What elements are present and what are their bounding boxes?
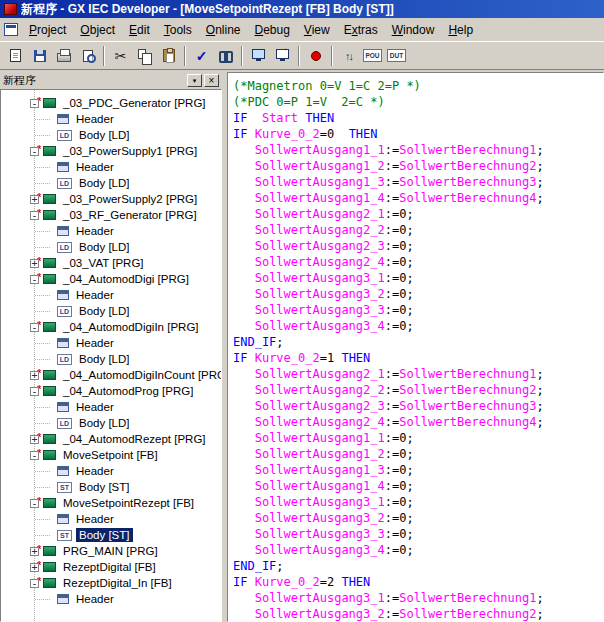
expand-toggle-icon[interactable]: + [30, 195, 39, 204]
header-icon [57, 226, 69, 236]
tree-item-label: Body [LD] [76, 240, 133, 254]
dut-button[interactable] [385, 45, 408, 67]
print-button[interactable] [52, 45, 75, 67]
panel-close-button[interactable] [204, 74, 219, 87]
tree-item[interactable]: +_04_AutomodRezept [PRG] [1, 431, 221, 447]
collapse-toggle-icon[interactable]: - [30, 147, 39, 156]
tree-item-label: MoveSetpointRezept [FB] [60, 496, 197, 510]
pou-icon [43, 450, 56, 460]
updown-button[interactable] [337, 45, 360, 67]
cut-button[interactable] [109, 45, 132, 67]
tree-item[interactable]: -_03_PDC_Generator [PRG] [1, 95, 221, 111]
collapse-toggle-icon[interactable]: - [30, 211, 39, 220]
collapse-toggle-icon[interactable]: - [30, 579, 39, 588]
menu-edit[interactable]: Edit [122, 20, 157, 40]
tree-item[interactable]: Body [LD] [1, 239, 221, 255]
pou-button[interactable] [361, 45, 384, 67]
preview-button[interactable] [76, 45, 99, 67]
tree-item-label: Header [73, 336, 117, 350]
tree-item[interactable]: Header [1, 111, 221, 127]
find-icon [219, 51, 233, 60]
code-line: SollwertAusgang2_3:=0; [233, 238, 603, 254]
tree-item[interactable]: Body [LD] [1, 351, 221, 367]
tree-item[interactable]: Header [1, 287, 221, 303]
menu-help[interactable]: Help [441, 20, 480, 40]
tree-item[interactable]: Body [LD] [1, 127, 221, 143]
tree-item[interactable]: -_04_AutomodDigiIn [PRG] [1, 319, 221, 335]
code-line: SollwertAusgang2_1:=SollwertBerechnung1; [233, 366, 603, 382]
tree-item[interactable]: +RezeptDigital [FB] [1, 559, 221, 575]
tree-item[interactable]: +_04_AutomodDigiInCount [PRG] [1, 367, 221, 383]
tree-item[interactable]: -MoveSetpoint [FB] [1, 447, 221, 463]
tree-item[interactable]: Body [LD] [1, 415, 221, 431]
expand-toggle-icon[interactable]: + [30, 563, 39, 572]
tree-item[interactable]: Body [ST] [1, 527, 221, 543]
menu-project[interactable]: Project [22, 20, 73, 40]
tree-item[interactable]: +_03_VAT [PRG] [1, 255, 221, 271]
tree-item[interactable]: Body [ST] [1, 479, 221, 495]
tree-item-label: Header [73, 512, 117, 526]
tree-item-label: Body [LD] [76, 176, 133, 190]
menu-tools[interactable]: Tools [157, 20, 199, 40]
record-button[interactable] [304, 45, 327, 67]
menu-view[interactable]: View [297, 20, 337, 40]
code-line: SollwertAusgang2_3:=SollwertBerechnung3; [233, 398, 603, 414]
tree-item[interactable]: -_03_RF_Generator [PRG] [1, 207, 221, 223]
tree-item[interactable]: Header [1, 511, 221, 527]
tree-item-label: MoveSetpoint [FB] [60, 448, 161, 462]
code-line: SollwertAusgang3_4:=0; [233, 542, 603, 558]
tree-item[interactable]: Header [1, 463, 221, 479]
paste-button[interactable] [157, 45, 180, 67]
tree-item-label: Header [73, 160, 117, 174]
collapse-toggle-icon[interactable]: - [30, 275, 39, 284]
find-button[interactable] [214, 45, 237, 67]
expand-toggle-icon[interactable]: + [30, 259, 39, 268]
copy-button[interactable] [133, 45, 156, 67]
collapse-toggle-icon[interactable]: - [30, 387, 39, 396]
expand-toggle-icon[interactable]: + [30, 371, 39, 380]
tree-item[interactable]: Header [1, 591, 221, 607]
pou-icon [43, 498, 56, 508]
transfer-icon [276, 49, 289, 59]
header-icon [57, 290, 69, 300]
expand-toggle-icon[interactable]: + [30, 547, 39, 556]
tree-item-label: Header [73, 224, 117, 238]
tree-item[interactable]: Header [1, 223, 221, 239]
tree-item[interactable]: +_03_PowerSupply2 [PRG] [1, 191, 221, 207]
menu-debug[interactable]: Debug [247, 20, 296, 40]
tree-item[interactable]: Body [LD] [1, 175, 221, 191]
tree-item[interactable]: -_04_AutomodProg [PRG] [1, 383, 221, 399]
collapse-toggle-icon[interactable]: - [30, 99, 39, 108]
expand-toggle-icon[interactable]: + [30, 435, 39, 444]
app-window: 新程序 - GX IEC Developer - [MoveSetpointRe… [0, 0, 604, 622]
tree-item[interactable]: Body [LD] [1, 303, 221, 319]
save-button[interactable] [28, 45, 51, 67]
tree-item[interactable]: Header [1, 335, 221, 351]
toolbar-separator [331, 46, 333, 66]
project-tree[interactable]: -_03_PDC_Generator [PRG]HeaderBody [LD]-… [0, 89, 222, 622]
panel-menu-button[interactable] [187, 74, 202, 87]
tree-item[interactable]: -_03_PowerSupply1 [PRG] [1, 143, 221, 159]
tree-item[interactable]: -MoveSetpointRezept [FB] [1, 495, 221, 511]
tree-item[interactable]: Header [1, 159, 221, 175]
collapse-toggle-icon[interactable]: - [30, 499, 39, 508]
code-line: IF Kurve_0_2=1 THEN [233, 350, 603, 366]
tree-item[interactable]: Header [1, 399, 221, 415]
collapse-toggle-icon[interactable]: - [30, 451, 39, 460]
print-icon [57, 53, 71, 62]
collapse-toggle-icon[interactable]: - [30, 323, 39, 332]
tree-item[interactable]: +PRG_MAIN [PRG] [1, 543, 221, 559]
check-button[interactable] [190, 45, 213, 67]
menu-window[interactable]: Window [385, 20, 442, 40]
tree-item[interactable]: -_04_AutomodDigi [PRG] [1, 271, 221, 287]
code-editor[interactable]: (*Magnetron 0=V 1=C 2=P *)(*PDC 0=P 1=V … [227, 72, 604, 622]
new-pou-button[interactable] [4, 45, 27, 67]
monitor-button[interactable] [247, 45, 270, 67]
tree-item[interactable]: -RezeptDigital_In [FB] [1, 575, 221, 591]
tree-item-label: _03_RF_Generator [PRG] [60, 208, 200, 222]
menu-extras[interactable]: Extras [337, 20, 385, 40]
menu-online[interactable]: Online [199, 20, 248, 40]
transfer-button[interactable] [271, 45, 294, 67]
code-line: SollwertAusgang2_2:=SollwertBerechnung2; [233, 382, 603, 398]
menu-object[interactable]: Object [73, 20, 122, 40]
